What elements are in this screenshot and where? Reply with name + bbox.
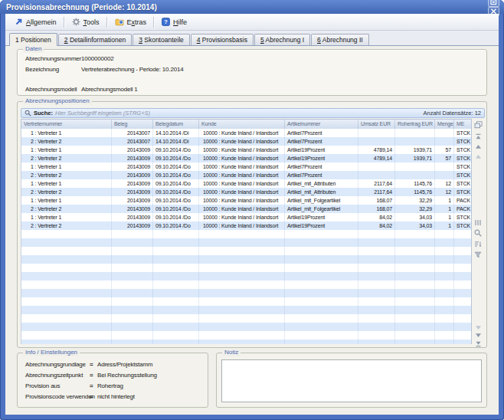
menu-item-tools[interactable]: Tools [67, 16, 105, 28]
toolbar: AllgemeinToolsExtras?Hilfe [5, 14, 499, 31]
table-row[interactable]: 1 : Vertreter 12014300714.10.2014 /Di100… [21, 129, 471, 137]
abrechnungsnummer-value: 1000000002 [81, 55, 114, 62]
menu-item-allgemein[interactable]: Allgemein [9, 16, 62, 28]
menu-item-label: Tools [83, 18, 100, 26]
equals-separator: = [90, 382, 93, 389]
table-row[interactable]: 2 : Vertreter 22014300909.10.2014 /Do100… [21, 205, 471, 213]
search-label: Suche: [34, 110, 53, 116]
abrechnungsgrundlage-value: Adress/Projektstamm [97, 361, 152, 368]
tab-skontoanteile[interactable]: 3 Skontoanteile [133, 34, 190, 45]
abrechnungspositionen-group-title: Abrechnungspositionen [23, 97, 92, 105]
abrechnungspositionen-group: Abrechnungspositionen Suche: Anzahl Date… [17, 101, 487, 348]
restore-button[interactable] [488, 0, 499, 7]
equals-separator: = [90, 393, 93, 400]
toolbar-separator [106, 17, 108, 28]
abrechnungsmodell-label: Abrechnungsmodell [25, 86, 77, 93]
zoom-icon[interactable] [473, 228, 483, 238]
record-count-label: Anzahl Datensätze: [424, 110, 473, 116]
equals-separator: = [90, 361, 93, 368]
search-bar: Suche: Anzahl Datensätze: 12 [21, 108, 485, 118]
column-grid-icon[interactable] [473, 218, 483, 227]
table-row[interactable]: 1 : Vertreter 12014300909.10.2014 /Do100… [21, 162, 471, 171]
table-empty-row [21, 272, 471, 281]
record-count: Anzahl Datensätze: 12 [424, 110, 481, 116]
table-row[interactable]: 1 : Vertreter 12014300909.10.2014 /Do100… [21, 213, 471, 221]
table-row[interactable]: 2 : Vertreter 22014300909.10.2014 /Do100… [21, 154, 471, 162]
tab-abrechnung-1[interactable]: 5 Abrechnung I [254, 34, 310, 45]
toolbar-separator [64, 17, 65, 28]
scroll-last-icon[interactable] [473, 339, 483, 348]
abrechnungszeitpunkt-value: Bei Rechnungsstellung [97, 372, 157, 379]
toolbar-separator [153, 17, 155, 28]
window-title: Provisionsabrechnung (Periode: 10.2014) [6, 3, 486, 11]
table-empty-row [21, 264, 471, 272]
restore-icon [490, 0, 497, 5]
provision-aus-value: Rohertrag [97, 382, 123, 389]
daten-group: Daten Abrechnungsnummer1000000002Bezeich… [17, 49, 487, 96]
notiz-textarea[interactable] [221, 359, 482, 402]
abrechnungsnummer-label: Abrechnungsnummer [25, 55, 81, 62]
notiz-group-title: Notiz [222, 349, 241, 356]
table-empty-row [21, 306, 471, 314]
filter-icon[interactable] [473, 250, 483, 259]
table-empty-row [21, 340, 471, 344]
scroll-up-icon[interactable] [473, 142, 483, 151]
tab-abrechnung-2[interactable]: 6 Abrechnung II [311, 34, 369, 45]
table-empty-row [21, 314, 471, 323]
arrow-up-right-icon [15, 18, 23, 26]
table-empty-row [21, 297, 471, 306]
table-empty-row [21, 238, 471, 247]
table-row[interactable]: 2 : Vertreter 22014300909.10.2014 /Do100… [21, 188, 471, 196]
provisionscode-verwenden-label: Provisionscode verwenden [25, 393, 95, 400]
tab-positionen[interactable]: 1 Positionen [9, 33, 57, 46]
table-row[interactable]: 2 : Vertreter 22014300909.10.2014 /Do100… [21, 221, 471, 230]
table-empty-row [21, 323, 471, 331]
sort-icon[interactable] [473, 239, 483, 248]
bezeichnung-value: Vertreterabrechnung - Periode: 10.2014 [81, 66, 183, 73]
provisionscode-verwenden-value: nicht hinterlegt [97, 393, 135, 400]
tab-provisionsbasis[interactable]: 4 Provisionsbasis [191, 34, 254, 45]
record-count-value: 12 [475, 110, 481, 116]
titlebar[interactable]: Provisionsabrechnung (Periode: 10.2014) [0, 0, 504, 14]
gear-icon [72, 18, 80, 26]
table-empty-row [21, 281, 471, 289]
table-side-toolbar [473, 119, 484, 347]
menu-item-extras[interactable]: Extras [110, 16, 152, 28]
equals-separator: = [90, 372, 93, 379]
table-row[interactable]: 1 : Vertreter 12014300909.10.2014 /Do100… [21, 146, 471, 154]
application-window: Provisionsabrechnung (Periode: 10.2014) … [0, 0, 504, 420]
svg-text:?: ? [164, 18, 168, 25]
table-row[interactable]: 2 : Vertreter 22014300714.10.2014 /Di100… [21, 137, 471, 146]
window-frame: Provisionsabrechnung (Periode: 10.2014) … [0, 0, 504, 420]
menu-item-label: Allgemein [26, 18, 57, 26]
table-empty-row [21, 230, 471, 238]
provision-aus-label: Provision aus [25, 382, 60, 389]
table-row[interactable]: 1 : Vertreter 12014300909.10.2014 /Do100… [21, 179, 471, 188]
search-input[interactable] [55, 110, 421, 117]
table-empty-row [21, 247, 471, 255]
help-icon: ? [162, 18, 170, 26]
info-einstellungen-group: Info / Einstellungen Abrechnungsgrundlag… [17, 353, 208, 408]
column-chooser-icon[interactable] [473, 120, 483, 130]
table-empty-row [21, 289, 471, 297]
abrechnungszeitpunkt-label: Abrechnungszeitpunkt [25, 372, 83, 379]
menu-item-label: Extras [127, 18, 147, 26]
folder-ball-icon [115, 18, 124, 26]
search-icon [25, 110, 31, 116]
scroll-first-icon[interactable] [473, 132, 483, 141]
info-group-title: Info / Einstellungen [23, 349, 80, 356]
scroll-prev-icon[interactable] [473, 152, 483, 161]
menu-item-hilfe[interactable]: ?Hilfe [156, 16, 192, 28]
table-row[interactable]: 2 : Vertreter 22014300909.10.2014 /Do100… [21, 171, 471, 179]
table-row[interactable]: 1 : Vertreter 12014300909.10.2014 /Do100… [21, 196, 471, 205]
tab-content-panel: Daten Abrechnungsnummer1000000002Bezeich… [5, 45, 499, 415]
notiz-group: Notiz [216, 353, 487, 408]
table-body: 1 : Vertreter 12014300714.10.2014 /Di100… [21, 129, 472, 344]
abrechnungsmodell-value: Abrechnungsmodell 1 [81, 86, 138, 93]
client-area: AllgemeinToolsExtras?Hilfe 1 Positionen2… [5, 14, 499, 415]
menu-item-label: Hilfe [173, 18, 187, 26]
tab-strip: 1 Positionen2 Detailinformationen3 Skont… [5, 31, 499, 45]
table-empty-row [21, 331, 471, 340]
daten-group-title: Daten [23, 45, 44, 53]
tab-detailinformationen[interactable]: 2 Detailinformationen [58, 34, 132, 45]
